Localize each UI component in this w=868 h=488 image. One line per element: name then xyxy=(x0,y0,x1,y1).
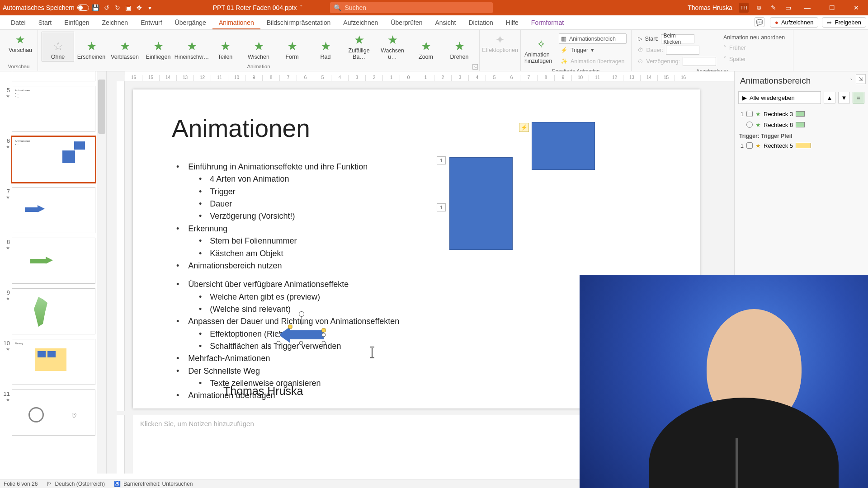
gallery-drehen[interactable]: ★Drehen xyxy=(443,32,476,61)
maximize-button[interactable]: ☐ xyxy=(823,0,841,15)
notes-placeholder: Klicken Sie, um Notizen hinzuzufügen xyxy=(140,420,254,427)
thumbnail-8[interactable] xyxy=(12,238,95,284)
tab-hilfe[interactable]: Hilfe xyxy=(500,15,525,29)
tab-start[interactable]: Start xyxy=(32,15,58,29)
gallery-verblassen[interactable]: ★Verblassen xyxy=(108,32,141,61)
animation-pane-title: Animationsbereich xyxy=(740,76,811,86)
timing-start-row[interactable]: ▷ Start: Beim Klicken xyxy=(636,33,718,44)
tab-dictation[interactable]: Dictation xyxy=(462,15,499,29)
thumbnail-6[interactable]: Animationen• … xyxy=(12,136,95,183)
search-box[interactable]: 🔍 xyxy=(330,2,493,13)
gallery-erscheinen[interactable]: ★Erscheinen xyxy=(75,32,108,61)
tab-datei[interactable]: Datei xyxy=(5,15,32,29)
thumbnail-7[interactable] xyxy=(12,187,95,233)
gallery-zuflligeba[interactable]: ★Zufällige Ba… xyxy=(343,32,375,61)
thumbnail-10[interactable]: Planung… xyxy=(12,339,95,385)
tab-zeichnen[interactable]: Zeichnen xyxy=(96,15,135,29)
tab-entwurf[interactable]: Entwurf xyxy=(134,15,168,29)
pane-dropdown-icon[interactable]: ˅ xyxy=(850,78,853,84)
gallery-hineinschw[interactable]: ★Hineinschw… xyxy=(175,32,208,61)
thumbnail-11[interactable]: ♡ xyxy=(12,389,95,436)
anim-item-rechteck-5[interactable]: 1★Rechteck 5▼ xyxy=(738,140,864,151)
gallery-wachsenu[interactable]: ★Wachsen u… xyxy=(376,32,409,61)
search-input[interactable] xyxy=(345,4,489,11)
tab-übergänge[interactable]: Übergänge xyxy=(169,15,212,29)
tab-aufzeichnen[interactable]: Aufzeichnen xyxy=(337,15,384,29)
tab-einfügen[interactable]: Einfügen xyxy=(58,15,95,29)
tab-bildschirmpräsentation[interactable]: Bildschirmpräsentation xyxy=(260,15,337,29)
star-icon: ★ xyxy=(120,38,130,54)
tab-animationen[interactable]: Animationen xyxy=(212,15,260,29)
animation-list[interactable]: 1★Rechteck 3▼★Rechteck 8▼Trigger: Trigge… xyxy=(735,107,868,153)
anim-item-rechteck-3[interactable]: 1★Rechteck 3▼ xyxy=(738,108,864,119)
move-down-button[interactable]: ▼ xyxy=(838,92,850,103)
play-all-button[interactable]: ▶ Alle wiedergeben xyxy=(738,91,821,104)
move-up-button[interactable]: ▲ xyxy=(824,92,835,103)
window-layout-icon[interactable]: ▭ xyxy=(784,4,792,12)
status-language[interactable]: 🏳 Deutsch (Österreich) xyxy=(47,481,105,487)
save-icon[interactable]: 💾 xyxy=(92,4,100,12)
star-icon: ★ xyxy=(287,38,297,54)
animation-gallery[interactable]: ☆Ohne★Erscheinen★Verblassen★Einfliegen★H… xyxy=(42,32,476,61)
clock-icon xyxy=(746,122,753,128)
gallery-teilen[interactable]: ★Teilen xyxy=(209,32,241,61)
animation-pane-button[interactable]: ▥ Animationsbereich xyxy=(559,33,627,44)
status-slide[interactable]: Folie 6 von 26 xyxy=(4,481,38,487)
thumbnail-4[interactable] xyxy=(12,71,95,81)
tab-ansicht[interactable]: Ansicht xyxy=(429,15,462,29)
comments-button[interactable]: 💬 xyxy=(755,17,764,27)
trigger-button[interactable]: ⚡ Trigger ▾ xyxy=(559,45,627,55)
autosave-label: Automatisches Speichern xyxy=(3,4,75,11)
timing-duration-row: ⏱ Dauer: xyxy=(636,45,718,55)
filename[interactable]: PPT 01 Roter Faden 004.pptx ˅ xyxy=(213,4,303,11)
close-button[interactable]: ✕ xyxy=(847,0,865,15)
thumbnail-9[interactable] xyxy=(12,288,95,334)
trigger-indicator-icon[interactable]: ⚡ xyxy=(519,123,529,132)
record-button[interactable]: Aufzeichnen xyxy=(770,17,818,28)
add-animation-button[interactable]: ✧ Animation hinzufügen xyxy=(524,32,558,68)
animation-tag-1a[interactable]: 1 xyxy=(437,156,446,164)
gallery-rad[interactable]: ★Rad xyxy=(309,32,342,61)
mouse-click-icon xyxy=(746,142,753,149)
shape-rechteck-8[interactable] xyxy=(532,122,595,170)
present-from-start-icon[interactable]: ▣ xyxy=(124,4,132,12)
ruler-horizontal: 1615141312111098765432101234567891011121… xyxy=(125,71,734,81)
gallery-ohne[interactable]: ☆Ohne xyxy=(42,32,74,61)
share-button[interactable]: Freigeben xyxy=(822,17,866,28)
rotate-handle[interactable] xyxy=(301,316,302,325)
animation-dialog-launcher[interactable]: ↘ xyxy=(472,64,478,70)
user-name[interactable]: Thomas Hruska xyxy=(688,4,732,11)
shape-rechteck-3[interactable] xyxy=(449,157,513,250)
qat-more-icon[interactable]: ▾ xyxy=(146,4,154,12)
slide-thumbnails[interactable]: 5★Animationen• …• …6★Animationen• …7★8★9… xyxy=(0,71,107,474)
user-avatar[interactable]: TH xyxy=(739,3,749,13)
globe-icon[interactable]: ⊕ xyxy=(755,4,763,12)
thumbnail-5[interactable]: Animationen• …• … xyxy=(12,86,95,132)
animation-tag-1b[interactable]: 1 xyxy=(437,203,446,211)
autosave-toggle[interactable] xyxy=(77,5,89,11)
undo-icon[interactable]: ↺ xyxy=(103,4,111,12)
sidebar-pin-icon[interactable]: ⇲ xyxy=(856,74,866,84)
anim-item-rechteck-8[interactable]: ★Rechteck 8▼ xyxy=(738,119,864,130)
thumbnails-scrollbar[interactable] xyxy=(97,71,106,474)
gallery-form[interactable]: ★Form xyxy=(276,32,308,61)
shape-trigger-pfeil[interactable] xyxy=(278,327,324,343)
gallery-wischen[interactable]: ★Wischen xyxy=(242,32,275,61)
touch-mode-icon[interactable]: ✥ xyxy=(135,4,143,12)
redo-icon[interactable]: ↻ xyxy=(113,4,122,12)
tab-überprüfen[interactable]: Überprüfen xyxy=(384,15,429,29)
start-combo[interactable]: Beim Klicken xyxy=(661,34,694,43)
slide-body[interactable]: Einführung in Animationseffekte und ihre… xyxy=(176,161,399,402)
gallery-einfliegen[interactable]: ★Einfliegen xyxy=(142,32,175,61)
effect-options-icon: ✦ xyxy=(495,33,505,46)
tab-formformat[interactable]: Formformat xyxy=(525,15,570,29)
gallery-zoom[interactable]: ★Zoom xyxy=(410,32,442,61)
pen-icon[interactable]: ✎ xyxy=(769,4,778,12)
minimize-button[interactable]: — xyxy=(798,0,816,15)
ribbon-tabs: DateiStartEinfügenZeichnenEntwurfÜbergän… xyxy=(0,15,868,30)
slide-title[interactable]: Animationen xyxy=(172,114,310,143)
preview-button[interactable]: ★ Vorschau xyxy=(4,32,37,53)
status-accessibility[interactable]: ♿ Barrierefreiheit: Untersuchen xyxy=(114,481,193,487)
slide-author[interactable]: Thomas Hruska xyxy=(223,385,303,398)
timeline-view-button[interactable]: ≡ xyxy=(853,92,864,103)
